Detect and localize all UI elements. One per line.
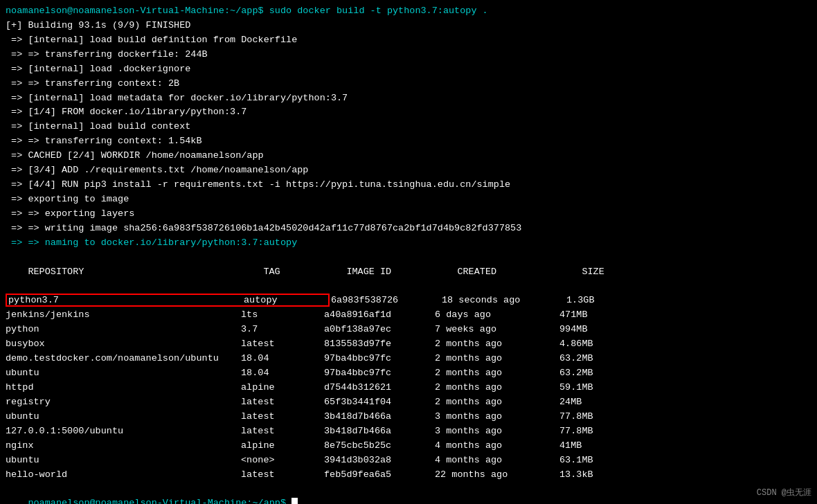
col-header-size: SIZE <box>582 265 604 280</box>
col-repo: nginx <box>6 439 241 453</box>
col-id: 97ba4bbc97fc <box>324 366 435 381</box>
col-header-id: IMAGE ID <box>346 265 457 280</box>
col-tag: autopy <box>244 294 327 308</box>
col-repo: python <box>6 323 241 337</box>
table-row: ubuntulatest3b418d7b466a3 months ago77.8… <box>6 410 811 424</box>
col-size: 63.1MB <box>559 453 593 468</box>
col-repo: 127.0.0.1:5000/ubuntu <box>6 424 241 439</box>
col-created: 3 months ago <box>435 410 559 424</box>
col-header-repo: REPOSITORY <box>28 265 263 280</box>
col-id: d7544b312621 <box>324 381 435 395</box>
col-created: 2 months ago <box>435 352 559 366</box>
step-line-9: => CACHED [2/4] WORKDIR /home/noamanelso… <box>6 149 811 163</box>
col-size: 471MB <box>559 308 588 323</box>
step-line-5: => [internal] load metadata for docker.i… <box>6 91 811 106</box>
col-id: 97ba4bbc97fc <box>324 352 435 366</box>
final-prompt-line: noamanelson@noamanelson-Virtual-Machine:… <box>6 482 811 504</box>
step-line-11: => [4/4] RUN pip3 install -r requirement… <box>6 178 811 192</box>
col-id: 8135583d97fe <box>324 337 435 352</box>
col-tag: 18.04 <box>241 366 324 381</box>
col-created: 4 months ago <box>435 439 559 453</box>
col-size: 41MB <box>559 439 582 453</box>
step-line-8: => => transferring context: 1.54kB <box>6 134 811 149</box>
table-row: demo.testdocker.com/noamanelson/ubuntu18… <box>6 352 811 366</box>
col-repo: hello-world <box>6 468 241 483</box>
col-id: 3b418d7b466a <box>324 410 435 424</box>
table-row: hello-worldlatestfeb5d9fea6a522 months a… <box>6 468 811 483</box>
col-repo: ubuntu <box>6 453 241 468</box>
step-line-6: => [1/4] FROM docker.io/library/python:3… <box>6 105 811 120</box>
step-line-1: => [internal] load build definition from… <box>6 33 811 48</box>
final-prompt: noamanelson@noamanelson-Virtual-Machine:… <box>28 498 291 504</box>
step-line-7: => [internal] load build context <box>6 120 811 134</box>
col-created: 2 months ago <box>435 366 559 381</box>
table-row: nginxalpine8e75cbc5b25c4 months ago41MB <box>6 439 811 453</box>
col-created: 2 months ago <box>435 381 559 395</box>
building-line: [+] Building 93.1s (9/9) FINISHED <box>6 19 811 33</box>
col-tag: latest <box>241 410 324 424</box>
col-tag: <none> <box>241 453 324 468</box>
col-size: 1.3GB <box>566 294 595 308</box>
table-row: python3.7a0bf138a97ec7 weeks ago994MB <box>6 323 811 337</box>
col-id: a0bf138a97ec <box>324 323 435 337</box>
col-repo: jenkins/jenkins <box>6 308 241 323</box>
step-line-3: => [internal] load .dockerignore <box>6 62 811 77</box>
cmd-line-1: noamanelson@noamanelson-Virtual-Machine:… <box>6 4 811 19</box>
step-line-12: => exporting to image <box>6 192 811 207</box>
step-line-13: => => exporting layers <box>6 207 811 222</box>
col-repo: demo.testdocker.com/noamanelson/ubuntu <box>6 352 241 366</box>
col-tag: latest <box>241 424 324 439</box>
col-header-tag: TAG <box>263 265 346 280</box>
col-header-created: CREATED <box>457 265 582 280</box>
col-created: 3 months ago <box>435 424 559 439</box>
col-size: 63.2MB <box>559 366 593 381</box>
table-row: registrylatest65f3b3441f042 months ago24… <box>6 395 811 410</box>
cmd-line-2: => => naming to docker.io/library/python… <box>6 236 811 251</box>
col-id: 3941d3b032a8 <box>324 453 435 468</box>
col-created: 4 months ago <box>435 453 559 468</box>
col-size: 4.86MB <box>559 337 593 352</box>
col-tag: 3.7 <box>241 323 324 337</box>
col-tag: 18.04 <box>241 352 324 366</box>
step-line-4: => => transferring context: 2B <box>6 77 811 91</box>
col-tag: alpine <box>241 381 324 395</box>
watermark: CSDN @虫无涯 <box>757 487 811 498</box>
col-id: feb5d9fea6a5 <box>324 468 435 483</box>
col-id: 8e75cbc5b25c <box>324 439 435 453</box>
col-created: 18 seconds ago <box>442 294 566 308</box>
terminal: noamanelson@noamanelson-Virtual-Machine:… <box>0 0 817 504</box>
col-size: 59.1MB <box>559 381 593 395</box>
col-size: 13.3kB <box>559 468 593 483</box>
col-tag: latest <box>241 468 324 483</box>
col-repo: registry <box>6 395 241 410</box>
col-size: 63.2MB <box>559 352 593 366</box>
col-repo: ubuntu <box>6 410 241 424</box>
col-repo: ubuntu <box>6 366 241 381</box>
table-row: busyboxlatest8135583d97fe2 months ago4.8… <box>6 337 811 352</box>
col-repo: httpd <box>6 381 241 395</box>
step-line-10: => [3/4] ADD ./requirements.txt /home/no… <box>6 163 811 178</box>
col-id: a40a8916af1d <box>324 308 435 323</box>
col-created: 22 months ago <box>435 468 559 483</box>
col-id: 6a983f538726 <box>331 294 442 308</box>
highlighted-row-wrapper: python3.7autopy <box>6 294 330 307</box>
col-size: 24MB <box>559 395 582 410</box>
col-tag: lts <box>241 308 324 323</box>
table-row: httpdalpined7544b3126212 months ago59.1M… <box>6 381 811 395</box>
col-tag: latest <box>241 337 324 352</box>
col-id: 65f3b3441f04 <box>324 395 435 410</box>
col-size: 77.8MB <box>559 410 593 424</box>
col-id: 3b418d7b466a <box>324 424 435 439</box>
col-created: 2 months ago <box>435 337 559 352</box>
col-size: 77.8MB <box>559 424 593 439</box>
col-repo: python3.7 <box>8 294 244 308</box>
step-line-2: => => transferring dockerfile: 244B <box>6 48 811 62</box>
col-tag: alpine <box>241 439 324 453</box>
table-row: ubuntu<none>3941d3b032a84 months ago63.1… <box>6 453 811 468</box>
table-row: jenkins/jenkinsltsa40a8916af1d6 days ago… <box>6 308 811 323</box>
table-rows: python3.7autopy6a983f53872618 seconds ag… <box>6 294 811 482</box>
step-line-14: => => writing image sha256:6a983f5387261… <box>6 222 811 236</box>
cursor <box>291 498 298 504</box>
table-row: 127.0.0.1:5000/ubuntulatest3b418d7b466a3… <box>6 424 811 439</box>
col-size: 994MB <box>559 323 588 337</box>
